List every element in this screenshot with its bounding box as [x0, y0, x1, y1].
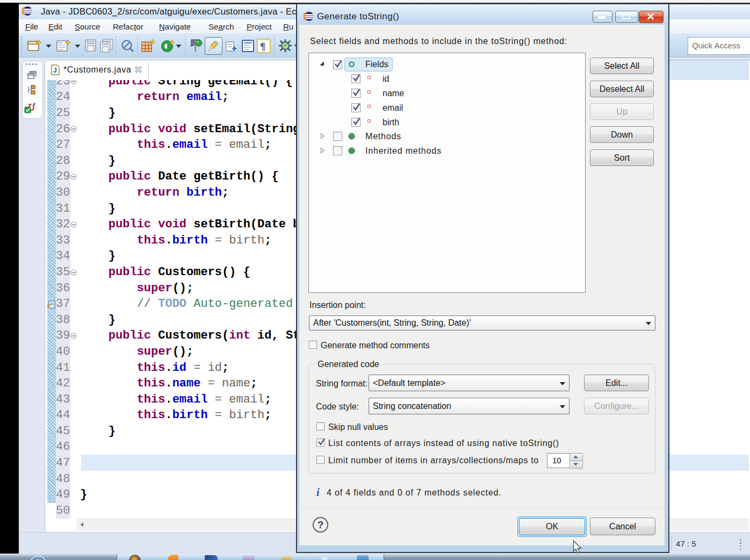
svg-text:J: J	[53, 67, 57, 74]
svg-text:¶: ¶	[260, 41, 265, 52]
